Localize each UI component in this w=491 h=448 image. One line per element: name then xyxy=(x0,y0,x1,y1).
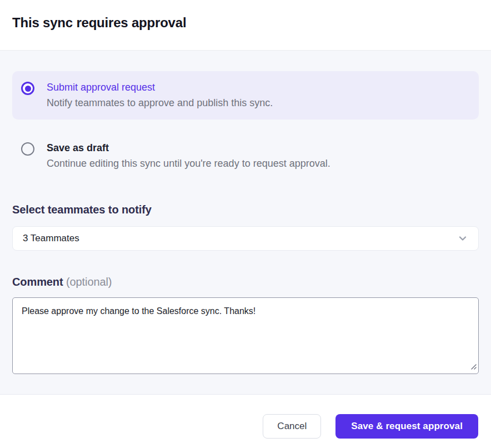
chevron-down-icon xyxy=(457,233,468,244)
comment-optional-text: (optional) xyxy=(66,276,112,288)
comment-textarea[interactable]: Please approve my change to the Salesfor… xyxy=(12,297,479,374)
modal-body: Submit approval request Notify teammates… xyxy=(0,51,491,395)
teammates-select-value: 3 Teammates xyxy=(23,233,79,244)
modal-footer: Cancel Save & request approval xyxy=(0,395,491,448)
comment-section-label: Comment (optional) xyxy=(12,275,479,289)
teammates-select[interactable]: 3 Teammates xyxy=(12,226,479,251)
option-save-as-draft[interactable]: Save as draft Continue editing this sync… xyxy=(12,132,479,180)
radio-unselected-icon[interactable] xyxy=(21,142,34,156)
option-description: Continue editing this sync until you're … xyxy=(47,156,330,171)
teammates-section-label: Select teammates to notify xyxy=(12,202,479,217)
save-request-approval-button[interactable]: Save & request approval xyxy=(335,414,478,439)
approval-modal: This sync requires approval Submit appro… xyxy=(0,0,491,448)
radio-selected-icon[interactable] xyxy=(21,82,34,95)
comment-label-text: Comment xyxy=(12,276,63,288)
resize-handle-icon[interactable] xyxy=(469,362,477,372)
modal-header: This sync requires approval xyxy=(0,0,491,51)
option-description: Notify teammates to approve and publish … xyxy=(47,96,273,111)
option-submit-approval-request[interactable]: Submit approval request Notify teammates… xyxy=(12,71,479,120)
cancel-button[interactable]: Cancel xyxy=(263,414,321,439)
option-text: Submit approval request Notify teammates… xyxy=(47,80,273,111)
option-text: Save as draft Continue editing this sync… xyxy=(47,141,330,171)
comment-textarea-wrap: Please approve my change to the Salesfor… xyxy=(12,297,479,374)
option-label: Submit approval request xyxy=(47,80,273,94)
modal-title: This sync requires approval xyxy=(12,14,479,32)
option-label: Save as draft xyxy=(47,141,330,155)
